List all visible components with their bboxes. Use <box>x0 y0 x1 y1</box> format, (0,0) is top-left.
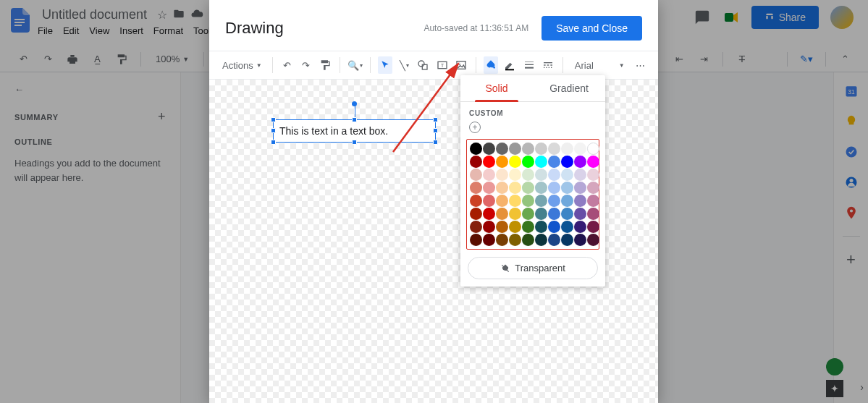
color-swatch[interactable] <box>548 156 560 168</box>
color-swatch[interactable] <box>574 234 586 246</box>
save-and-close-button[interactable]: Save and Close <box>542 16 642 41</box>
color-swatch[interactable] <box>496 156 508 168</box>
color-swatch[interactable] <box>535 169 547 181</box>
color-swatch[interactable] <box>496 169 508 181</box>
color-swatch[interactable] <box>522 208 534 220</box>
color-swatch[interactable] <box>535 234 547 246</box>
resize-handle[interactable] <box>352 140 357 145</box>
color-swatch[interactable] <box>496 195 508 207</box>
more-options-icon[interactable]: ⋯ <box>633 56 648 74</box>
image-tool-icon[interactable] <box>454 56 468 74</box>
color-swatch[interactable] <box>561 169 573 181</box>
color-swatch[interactable] <box>535 143 547 155</box>
color-swatch[interactable] <box>535 156 547 168</box>
color-swatch[interactable] <box>483 221 495 233</box>
color-swatch[interactable] <box>470 143 482 155</box>
color-swatch[interactable] <box>470 182 482 194</box>
rotate-handle[interactable] <box>352 101 357 106</box>
color-swatch[interactable] <box>470 195 482 207</box>
color-swatch[interactable] <box>535 208 547 220</box>
border-dash-icon[interactable] <box>541 56 555 74</box>
color-swatch[interactable] <box>509 234 521 246</box>
color-swatch[interactable] <box>574 156 586 168</box>
color-swatch[interactable] <box>470 234 482 246</box>
color-swatch[interactable] <box>496 182 508 194</box>
color-swatch[interactable] <box>574 182 586 194</box>
add-custom-color-icon[interactable]: + <box>469 122 481 133</box>
color-swatch[interactable] <box>574 208 586 220</box>
color-swatch[interactable] <box>561 143 573 155</box>
color-swatch[interactable] <box>587 208 599 220</box>
resize-handle[interactable] <box>271 140 276 145</box>
color-swatch[interactable] <box>587 156 599 168</box>
color-swatch[interactable] <box>548 234 560 246</box>
color-swatch[interactable] <box>561 182 573 194</box>
border-color-icon[interactable] <box>502 56 517 74</box>
color-swatch[interactable] <box>574 221 586 233</box>
font-select[interactable]: Arial▼ <box>570 60 629 71</box>
color-swatch[interactable] <box>561 208 573 220</box>
color-swatch[interactable] <box>561 234 573 246</box>
color-swatch[interactable] <box>548 221 560 233</box>
selected-textbox[interactable]: This is text in a text box. <box>273 119 436 143</box>
color-swatch[interactable] <box>522 182 534 194</box>
color-swatch[interactable] <box>548 208 560 220</box>
color-swatch[interactable] <box>522 143 534 155</box>
color-swatch[interactable] <box>496 208 508 220</box>
color-swatch[interactable] <box>509 221 521 233</box>
resize-handle[interactable] <box>433 140 438 145</box>
color-swatch[interactable] <box>561 221 573 233</box>
color-swatch[interactable] <box>574 169 586 181</box>
color-swatch[interactable] <box>522 169 534 181</box>
textbox-tool-icon[interactable]: T <box>435 56 450 74</box>
zoom-icon[interactable]: 🔍▾ <box>347 56 363 74</box>
color-swatch[interactable] <box>574 195 586 207</box>
color-swatch[interactable] <box>509 143 521 155</box>
color-swatch[interactable] <box>509 169 521 181</box>
color-swatch[interactable] <box>522 234 534 246</box>
resize-handle[interactable] <box>433 128 438 133</box>
color-swatch[interactable] <box>509 156 521 168</box>
color-swatch[interactable] <box>483 195 495 207</box>
resize-handle[interactable] <box>271 117 276 122</box>
fill-color-icon[interactable] <box>484 56 498 74</box>
color-swatch[interactable] <box>470 156 482 168</box>
color-swatch[interactable] <box>535 195 547 207</box>
color-swatch[interactable] <box>496 221 508 233</box>
paint-format-icon[interactable] <box>318 56 332 74</box>
color-swatch[interactable] <box>470 221 482 233</box>
color-swatch[interactable] <box>548 143 560 155</box>
color-swatch[interactable] <box>548 195 560 207</box>
resize-handle[interactable] <box>271 128 276 133</box>
tab-gradient[interactable]: Gradient <box>533 75 605 101</box>
color-swatch[interactable] <box>509 195 521 207</box>
actions-menu[interactable]: Actions▼ <box>219 58 265 73</box>
color-swatch[interactable] <box>509 182 521 194</box>
color-swatch[interactable] <box>535 182 547 194</box>
shape-tool-icon[interactable] <box>416 56 430 74</box>
color-swatch[interactable] <box>561 156 573 168</box>
color-swatch[interactable] <box>522 221 534 233</box>
color-swatch[interactable] <box>470 208 482 220</box>
color-swatch[interactable] <box>587 195 599 207</box>
color-swatch[interactable] <box>587 143 599 155</box>
color-swatch[interactable] <box>587 234 599 246</box>
line-tool-icon[interactable]: ╲▾ <box>397 56 411 74</box>
color-swatch[interactable] <box>496 234 508 246</box>
color-swatch[interactable] <box>483 169 495 181</box>
select-tool-icon[interactable] <box>378 56 392 74</box>
undo-icon[interactable]: ↶ <box>279 56 294 74</box>
resize-handle[interactable] <box>352 117 357 122</box>
color-swatch[interactable] <box>483 208 495 220</box>
color-swatch[interactable] <box>548 182 560 194</box>
transparent-button[interactable]: Transparent <box>468 257 598 279</box>
color-swatch[interactable] <box>483 156 495 168</box>
color-swatch[interactable] <box>587 169 599 181</box>
color-swatch[interactable] <box>574 143 586 155</box>
resize-handle[interactable] <box>433 117 438 122</box>
color-swatch[interactable] <box>535 221 547 233</box>
color-swatch[interactable] <box>483 234 495 246</box>
color-swatch[interactable] <box>587 221 599 233</box>
color-swatch[interactable] <box>522 195 534 207</box>
color-swatch[interactable] <box>509 208 521 220</box>
